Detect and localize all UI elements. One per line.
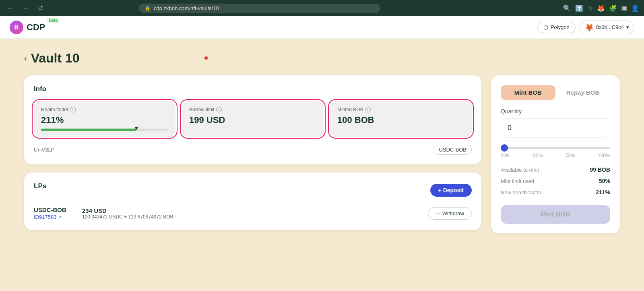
network-name: Polygon — [551, 24, 570, 30]
mint-limit-row: Mint limit used 50% — [501, 178, 610, 184]
quantity-input-wrap — [501, 118, 610, 137]
available-to-mint-value: 99 BOB — [590, 166, 610, 173]
quantity-input[interactable] — [508, 124, 603, 132]
lp-info: USDC-BOB ID917583 ↗ — [34, 206, 74, 220]
lp-value: 234 USD 120.343472 USDC + 113.870674972 … — [82, 207, 173, 220]
health-factor-box: Health factor i 211% — [34, 101, 175, 137]
page-content: ‹ Vault 10 Info Health factor i 211 — [0, 39, 644, 291]
health-bar-marker — [134, 127, 138, 130]
minted-bob-value: 100 BOB — [337, 115, 464, 125]
minted-bob-label: Minted BOB i — [337, 107, 464, 112]
main-layout: Info Health factor i 211% — [24, 75, 620, 233]
notification-dot — [204, 56, 208, 60]
borrow-limit-info-icon[interactable]: i — [216, 107, 222, 112]
available-to-mint-label: Available to mint — [501, 167, 539, 173]
new-health-label: New health factor — [501, 189, 541, 195]
browser-chrome: ← → ↺ 🔒 cdp.zkbob.com/nft-vaults/10 🔍 ⬆️… — [0, 0, 644, 16]
slider-label-75: 75% — [566, 153, 575, 158]
slider-labels: 25% 50% 75% 100% — [501, 153, 610, 158]
back-button[interactable]: ← — [5, 3, 16, 13]
search-icon[interactable]: 🔍 — [563, 4, 571, 12]
network-badge[interactable]: ⬡ Polygon — [537, 22, 576, 33]
lp-id-link[interactable]: ID917583 ↗ — [34, 214, 62, 220]
logo-name: CDP — [27, 22, 45, 33]
profile-icon[interactable]: 👤 — [631, 4, 639, 12]
logo-letter: B — [14, 24, 19, 31]
collateral-type: UniV3LP — [34, 147, 54, 153]
page-header: ‹ Vault 10 — [24, 51, 620, 66]
token-badge: USDC-BOB — [433, 145, 472, 155]
puzzle-icon[interactable]: 🧩 — [609, 4, 617, 12]
info-card: Info Health factor i 211% — [24, 75, 481, 164]
url-text: cdp.zkbob.com/nft-vaults/10 — [154, 5, 219, 11]
slider-wrap: 25% 50% 75% 100% — [501, 143, 610, 158]
tab-repay-bob[interactable]: Repay BOB — [555, 85, 610, 100]
tab-row: Mint BOB Repay BOB — [501, 85, 610, 100]
left-column: Info Health factor i 211% — [24, 75, 481, 233]
window-icon[interactable]: ▣ — [621, 4, 627, 12]
info-card-footer: UniV3LP USDC-BOB — [34, 145, 472, 155]
info-card-title: Info — [34, 85, 472, 93]
health-bar-fill — [41, 129, 136, 131]
quantity-label: Quantity — [501, 108, 610, 114]
metamask-icon: 🦊 — [585, 23, 594, 32]
health-factor-label: Health factor i — [41, 107, 168, 112]
right-card: Mint BOB Repay BOB Quantity 25% 50% 75% … — [491, 75, 620, 233]
health-bar — [41, 129, 168, 131]
health-factor-info-icon[interactable]: i — [70, 107, 76, 112]
deposit-button[interactable]: + Deposit — [430, 184, 472, 197]
page-title: Vault 10 — [31, 51, 80, 66]
minted-bob-info-icon[interactable]: i — [365, 107, 371, 112]
withdraw-button[interactable]: — Withdraw — [428, 207, 472, 220]
wallet-address: 0x6b...C9c4 — [596, 24, 624, 30]
lp-details: 120.343472 USDC + 113.870674972 BOB — [82, 214, 173, 220]
lp-row: USDC-BOB ID917583 ↗ 234 USD 120.343472 U… — [34, 206, 472, 220]
stats-row: Health factor i 211% Borrow limit — [34, 101, 472, 137]
wallet-chevron: ▾ — [626, 24, 629, 30]
lp-amount: 234 USD — [82, 207, 173, 214]
slider-label-25: 25% — [501, 153, 510, 158]
lps-card: LPs + Deposit USDC-BOB ID917583 ↗ 234 US… — [24, 173, 481, 230]
wallet-badge[interactable]: 🦊 0x6b...C9c4 ▾ — [580, 21, 634, 34]
mint-limit-value: 50% — [599, 178, 610, 184]
app-header: B CDP Beta ⬡ Polygon 🦊 0x6b...C9c4 ▾ — [0, 16, 644, 39]
borrow-limit-box: Borrow limit i 199 USD — [182, 101, 324, 137]
metamask-ext-icon[interactable]: 🦊 — [597, 4, 605, 12]
browser-actions: 🔍 ⬆️ ☆ 🦊 🧩 ▣ 👤 — [563, 4, 639, 12]
amount-slider[interactable] — [501, 147, 610, 149]
new-health-row: New health factor 211% — [501, 189, 610, 195]
slider-label-100: 100% — [598, 153, 610, 158]
forward-button[interactable]: → — [20, 3, 31, 13]
mint-bob-button[interactable]: Mint BOB — [501, 205, 610, 224]
share-icon[interactable]: ⬆️ — [575, 4, 583, 12]
slider-label-50: 50% — [533, 153, 543, 158]
lp-name: USDC-BOB — [34, 206, 74, 213]
borrow-limit-value: 199 USD — [189, 115, 316, 125]
logo-circle: B — [10, 21, 23, 34]
available-to-mint-row: Available to mint 99 BOB — [501, 166, 610, 173]
header-right: ⬡ Polygon 🦊 0x6b...C9c4 ▾ — [537, 21, 634, 34]
external-link-icon: ↗ — [58, 215, 62, 220]
back-link[interactable]: ‹ — [24, 54, 27, 63]
lps-title: LPs — [34, 182, 46, 190]
borrow-limit-label: Borrow limit i — [189, 107, 316, 112]
new-health-value: 211% — [596, 189, 610, 195]
minted-bob-box: Minted BOB i 100 BOB — [330, 101, 472, 137]
logo-beta: Beta — [47, 18, 60, 23]
tab-mint-bob[interactable]: Mint BOB — [501, 85, 555, 100]
right-column: Mint BOB Repay BOB Quantity 25% 50% 75% … — [491, 75, 620, 233]
reload-button[interactable]: ↺ — [35, 3, 45, 14]
star-icon[interactable]: ☆ — [587, 4, 593, 12]
lps-header: LPs + Deposit — [34, 182, 472, 198]
polygon-icon: ⬡ — [543, 24, 548, 31]
health-factor-value: 211% — [41, 115, 168, 125]
address-bar[interactable]: 🔒 cdp.zkbob.com/nft-vaults/10 — [139, 4, 380, 13]
mint-limit-label: Mint limit used — [501, 178, 534, 184]
lock-icon: 🔒 — [144, 5, 151, 11]
